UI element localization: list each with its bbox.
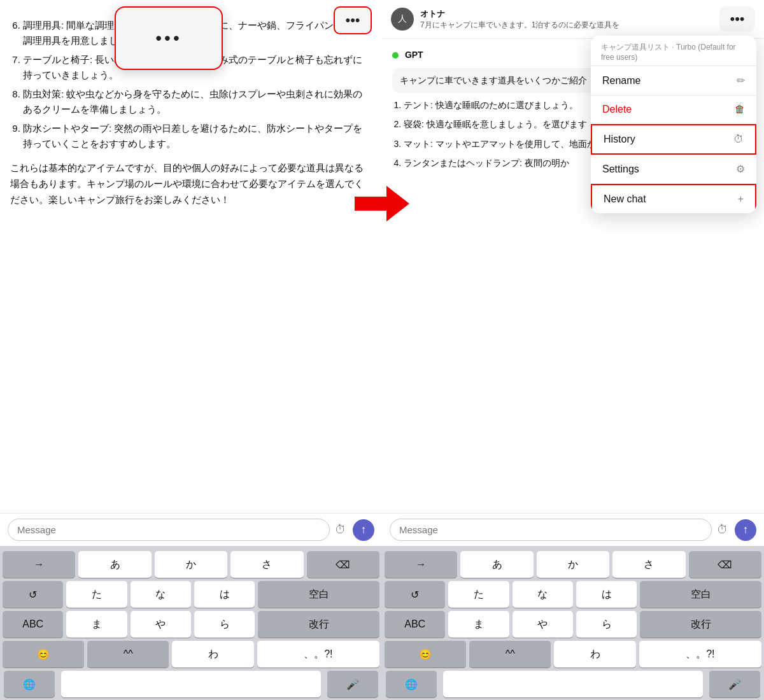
- kb-sa-key[interactable]: さ: [230, 551, 303, 578]
- kb-mic-key-r[interactable]: 🎤: [709, 671, 760, 697]
- rename-label: Rename: [602, 75, 640, 87]
- keyboard-right: → あ か さ ⌫ ↺ た な は 空白 ABC ま や ら 改行 😊 ^^ わ…: [382, 546, 764, 700]
- kb-punct-key-r[interactable]: 、。?!: [639, 641, 761, 668]
- kb-ma-key-r[interactable]: ま: [448, 611, 509, 638]
- new-chat-label: New chat: [604, 193, 646, 205]
- mic-icon-right: ⏱: [717, 523, 728, 536]
- kb-space-key[interactable]: 空白: [258, 581, 379, 608]
- header-preview: 7月にキャンプに車でいきます。1泊するのに必要な道具を: [420, 20, 637, 31]
- dropdown-rename[interactable]: Rename ✏: [591, 66, 756, 95]
- list-item: 防虫対策: 蚊や虫などから身を守るために、虫除けスプレーや虫刺されに効果のあるク…: [23, 87, 372, 117]
- kb-arrow-key-r[interactable]: →: [385, 551, 457, 578]
- kb-a-key[interactable]: あ: [78, 551, 151, 578]
- summary-text-left: これらは基本的なアイテムですが、目的や個人の好みによって必要な道具は異なる場合も…: [10, 160, 372, 207]
- avatar-char: 人: [398, 13, 407, 25]
- settings-label: Settings: [602, 164, 639, 175]
- dropdown-settings[interactable]: Settings ⚙: [591, 155, 756, 184]
- send-button-left[interactable]: ↑: [353, 519, 374, 541]
- kb-wa-key[interactable]: わ: [172, 641, 253, 668]
- kb-ra-key[interactable]: ら: [194, 611, 255, 638]
- avatar: 人: [391, 8, 414, 31]
- header-name: オトナ: [420, 8, 719, 20]
- header-text: オトナ 7月にキャンプに車でいきます。1泊するのに必要な道具を: [420, 8, 719, 31]
- kb-na-key-r[interactable]: な: [513, 581, 573, 608]
- dropdown-new-chat[interactable]: New chat +: [591, 184, 756, 213]
- kb-ma-key[interactable]: ま: [66, 611, 127, 638]
- dropdown-menu: キャンプ道具リスト · Turbo (Default for free user…: [591, 36, 756, 213]
- kb-ya-key-r[interactable]: や: [513, 611, 573, 638]
- message-bar-left: ⏱ ↑: [0, 513, 382, 546]
- gpt-status-dot: [392, 52, 399, 59]
- dots-icon-left: •••: [345, 12, 360, 29]
- right-header: 人 オトナ 7月にキャンプに車でいきます。1泊するのに必要な道具を ••• キャ…: [382, 0, 764, 39]
- dots-button-right[interactable]: •••: [719, 6, 755, 32]
- delete-icon: 🗑: [735, 104, 745, 115]
- rename-icon: ✏: [737, 74, 745, 87]
- kb-undo-key[interactable]: ↺: [3, 581, 63, 608]
- left-panel: ••• ••• 調理用具: 間単な調理ができるよう準備のために、ナーや鍋、フライ…: [0, 0, 382, 700]
- kb-enter-key-r[interactable]: 改行: [640, 611, 761, 638]
- kb-arrow-key[interactable]: →: [3, 551, 75, 578]
- kb-ta-key-r[interactable]: た: [448, 581, 509, 608]
- dropdown-history[interactable]: History ⏱: [591, 124, 756, 155]
- kb-ha-key-r[interactable]: は: [576, 581, 637, 608]
- kb-sa-key-r[interactable]: さ: [612, 551, 685, 578]
- kb-undo-key-r[interactable]: ↺: [385, 581, 445, 608]
- kb-space-key-r[interactable]: 空白: [640, 581, 761, 608]
- kb-globe-key[interactable]: 🌐: [4, 671, 55, 697]
- message-input-right[interactable]: [390, 519, 712, 541]
- kb-abc-key[interactable]: ABC: [3, 611, 63, 638]
- new-chat-icon: +: [738, 193, 744, 205]
- settings-icon: ⚙: [736, 163, 745, 175]
- kb-emoji-key[interactable]: 😊: [3, 641, 84, 668]
- kb-wa-key-r[interactable]: わ: [554, 641, 635, 668]
- kb-ka-key-r[interactable]: か: [537, 551, 609, 578]
- kb-mic-key[interactable]: 🎤: [327, 671, 378, 697]
- mic-icon-left: ⏱: [335, 523, 346, 536]
- kb-ha-key[interactable]: は: [194, 581, 255, 608]
- kb-kigo-key-r[interactable]: ^^: [469, 641, 551, 668]
- gpt-label: GPT: [405, 50, 423, 60]
- keyboard-left: → あ か さ ⌫ ↺ た な は 空白 ABC ま や ら 改行 😊 ^^ わ…: [0, 546, 382, 700]
- history-label: History: [604, 134, 635, 145]
- right-panel: 人 オトナ 7月にキャンプに車でいきます。1泊するのに必要な道具を ••• キャ…: [382, 0, 764, 700]
- kb-a-key-r[interactable]: あ: [460, 551, 533, 578]
- kb-ta-key[interactable]: た: [66, 581, 127, 608]
- kb-spacebar[interactable]: [61, 671, 321, 697]
- kb-enter-key[interactable]: 改行: [258, 611, 379, 638]
- popup-dots-icon: •••: [155, 28, 181, 48]
- kb-emoji-key-r[interactable]: 😊: [385, 641, 466, 668]
- delete-label: Delete: [602, 104, 632, 115]
- kb-na-key[interactable]: な: [131, 581, 191, 608]
- popup-dots-box[interactable]: •••: [115, 6, 223, 70]
- kb-punct-key[interactable]: 、。?!: [257, 641, 379, 668]
- send-button-right[interactable]: ↑: [735, 519, 756, 541]
- kb-kigo-key[interactable]: ^^: [87, 641, 169, 668]
- dots-button-left[interactable]: •••: [334, 6, 372, 34]
- message-bar-right: ⏱ ↑: [382, 513, 764, 546]
- left-chat-content: 調理用具: 間単な調理ができるよう準備のために、ナーや鍋、フライパンなどの調理用…: [0, 0, 382, 513]
- kb-ka-key[interactable]: か: [155, 551, 227, 578]
- dropdown-top-label: キャンプ道具リスト · Turbo (Default for free user…: [591, 36, 756, 66]
- kb-ra-key-r[interactable]: ら: [576, 611, 637, 638]
- kb-spacebar-r[interactable]: [443, 671, 703, 697]
- dropdown-delete[interactable]: Delete 🗑: [591, 95, 756, 124]
- kb-abc-key-r[interactable]: ABC: [385, 611, 445, 638]
- kb-delete-key-r[interactable]: ⌫: [689, 551, 761, 578]
- direction-arrow: [350, 185, 414, 223]
- kb-globe-key-r[interactable]: 🌐: [386, 671, 437, 697]
- kb-ya-key[interactable]: や: [131, 611, 191, 638]
- kb-delete-key[interactable]: ⌫: [307, 551, 379, 578]
- dots-icon-right: •••: [730, 11, 744, 27]
- list-item: 防水シートやターブ: 突然の雨や日差しを避けるために、防水シートやタープを持って…: [23, 121, 372, 151]
- message-input-left[interactable]: [8, 519, 330, 541]
- history-icon: ⏱: [733, 134, 744, 145]
